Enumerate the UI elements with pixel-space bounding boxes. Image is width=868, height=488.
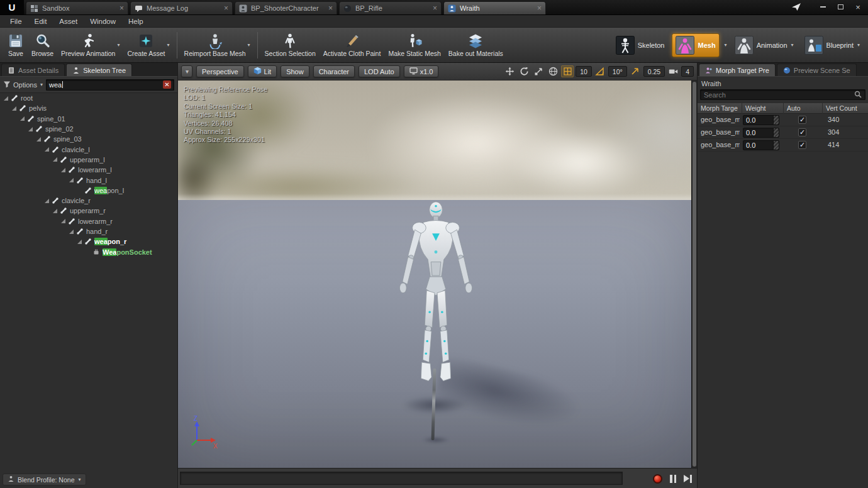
character-button[interactable]: Character	[313, 65, 355, 77]
scrollbar-thumb[interactable]	[693, 82, 696, 467]
viewport-scrollbar[interactable]	[691, 80, 697, 468]
expander-arrow-icon[interactable]	[28, 127, 33, 131]
tab-close-icon[interactable]: ×	[120, 4, 124, 12]
tab-close-icon[interactable]: ×	[433, 4, 437, 12]
activate-cloth-paint-button[interactable]: Activate Cloth Paint	[320, 31, 385, 58]
grid-snap-value[interactable]: 10	[576, 66, 592, 77]
reimport-base-mesh-button[interactable]: Reimport Base Mesh ▾	[181, 31, 254, 58]
section-selection-button[interactable]: Section Selection	[261, 31, 320, 58]
rotation-snap-value[interactable]: 10°	[608, 66, 627, 77]
translate-tool-icon[interactable]	[503, 65, 516, 77]
options-dropdown-button[interactable]: Options ▾	[3, 80, 43, 89]
expander-arrow-icon[interactable]	[61, 168, 65, 172]
tab-close-icon[interactable]: ×	[224, 4, 228, 12]
column-header[interactable]: Morph Targe	[698, 103, 742, 114]
make-static-mesh-button[interactable]: Make Static Mesh	[384, 31, 444, 58]
dropdown-arrow-icon[interactable]: ▾	[791, 42, 794, 48]
column-header[interactable]: Vert Count	[822, 103, 868, 114]
tree-node-hand_l[interactable]: hand_l	[0, 175, 177, 185]
expander-arrow-icon[interactable]	[53, 157, 57, 162]
dropdown-arrow-icon[interactable]: ▾	[725, 42, 727, 48]
scale-snap-icon[interactable]	[629, 65, 642, 77]
dropdown-arrow-icon[interactable]: ▾	[857, 42, 860, 48]
viewport-options-button[interactable]: ▾	[181, 65, 192, 77]
auto-checkbox[interactable]: ✓	[798, 128, 806, 136]
spinner-handle-icon[interactable]	[773, 141, 779, 150]
lod-auto-button[interactable]: LOD Auto	[359, 65, 400, 77]
auto-checkbox[interactable]: ✓	[798, 141, 806, 149]
expander-arrow-icon[interactable]	[45, 199, 49, 203]
step-forward-button[interactable]	[684, 475, 692, 483]
tree-node-WeaponSocket[interactable]: WeaponSocket	[0, 247, 177, 257]
timeline-scrub-track[interactable]	[180, 472, 623, 485]
create-asset-button[interactable]: Create Asset ▾	[123, 31, 173, 58]
scale-tool-icon[interactable]	[532, 65, 545, 77]
restore-button[interactable]	[832, 1, 849, 13]
show-button[interactable]: Show	[281, 65, 309, 77]
preview-animation-button[interactable]: Preview Animation ▾	[57, 31, 123, 58]
expander-arrow-icon[interactable]	[20, 116, 25, 121]
skeleton-tree[interactable]: rootpelvisspine_01spine_02spine_03clavic…	[0, 93, 177, 472]
record-button[interactable]	[653, 474, 662, 484]
tree-node-pelvis[interactable]: pelvis	[0, 103, 177, 113]
expander-arrow-icon[interactable]	[61, 219, 65, 223]
close-button[interactable]: ×	[849, 1, 867, 13]
unreal-logo-icon[interactable]: U	[0, 0, 24, 14]
morph-target-row[interactable]: geo_base_ma0.0✓304	[698, 126, 868, 139]
mode-skeleton-button[interactable]: Skeleton	[613, 34, 668, 57]
clear-search-icon[interactable]: ✕	[163, 80, 171, 89]
expander-arrow-icon[interactable]	[69, 178, 74, 182]
tree-node-lowerarm_l[interactable]: lowerarm_l	[0, 165, 177, 175]
tab-close-icon[interactable]: ×	[328, 4, 333, 12]
bone-search-input[interactable]: wea ✕	[46, 79, 174, 91]
morph-target-row[interactable]: geo_base_ma0.0✓340	[698, 114, 868, 126]
rotation-snap-icon[interactable]	[594, 65, 606, 77]
grid-snap-icon[interactable]	[561, 65, 574, 77]
pause-button[interactable]	[670, 475, 676, 483]
playback-speed-button[interactable]: x1.0	[404, 65, 439, 77]
column-header[interactable]: Auto	[783, 103, 822, 114]
morph-weight-field[interactable]: 0.0	[743, 140, 779, 150]
menu-file[interactable]: File	[4, 15, 28, 28]
morph-weight-field[interactable]: 0.0	[743, 128, 779, 138]
expander-arrow-icon[interactable]	[12, 106, 16, 111]
morph-search-input[interactable]: Search	[700, 89, 865, 100]
window-tab-wraith[interactable]: Wraith×	[443, 1, 546, 14]
tree-node-hand_r[interactable]: hand_r	[0, 226, 177, 236]
menu-edit[interactable]: Edit	[28, 15, 53, 28]
menu-asset[interactable]: Asset	[53, 15, 84, 28]
lit-mode-button[interactable]: Lit	[248, 65, 277, 77]
minimize-button[interactable]	[814, 1, 832, 13]
feedback-paper-plane-icon[interactable]	[789, 1, 804, 13]
spinner-handle-icon[interactable]	[773, 116, 779, 125]
spinner-handle-icon[interactable]	[773, 128, 779, 137]
expander-arrow-icon[interactable]	[69, 230, 74, 234]
camera-speed-value[interactable]: 4	[681, 66, 694, 77]
tab-close-icon[interactable]: ×	[537, 4, 542, 12]
window-tab-sandbox[interactable]: Sandbox×	[26, 1, 128, 14]
character-mesh-preview[interactable]	[373, 197, 499, 408]
dropdown-arrow-icon[interactable]: ▾	[167, 42, 170, 48]
preview-viewport[interactable]: ▾ Perspective Lit Show Character LOD Aut…	[178, 63, 697, 488]
scale-snap-value[interactable]: 0.25	[643, 66, 665, 77]
menu-window[interactable]: Window	[84, 15, 122, 28]
expander-arrow-icon[interactable]	[45, 147, 49, 152]
expander-arrow-icon[interactable]	[36, 137, 41, 141]
dropdown-arrow-icon[interactable]: ▾	[117, 42, 120, 48]
mode-mesh-button[interactable]: Mesh	[672, 33, 719, 57]
dropdown-arrow-icon[interactable]: ▾	[248, 42, 250, 48]
tab-morph-target-preview[interactable]: Morph Target Pre	[699, 64, 776, 76]
column-header[interactable]: Weight	[742, 103, 783, 114]
tab-skeleton-tree[interactable]: Skeleton Tree	[66, 64, 132, 76]
browse-button[interactable]: Browse	[28, 31, 57, 58]
window-tab-bp-rifle[interactable]: BP_Rifle×	[339, 1, 442, 14]
tree-node-weapon_r[interactable]: weapon_r	[0, 236, 177, 247]
window-tab-message-log[interactable]: Message Log×	[130, 1, 233, 14]
expander-arrow-icon[interactable]	[77, 240, 82, 244]
expander-arrow-icon[interactable]	[4, 96, 8, 101]
tree-node-upperarm_r[interactable]: upperarm_r	[0, 206, 177, 216]
tab-asset-details[interactable]: Asset Details	[1, 64, 65, 76]
bake-out-materials-button[interactable]: Bake out Materials	[445, 31, 507, 58]
expander-arrow-icon[interactable]	[53, 209, 57, 213]
tree-node-root[interactable]: root	[0, 93, 177, 103]
